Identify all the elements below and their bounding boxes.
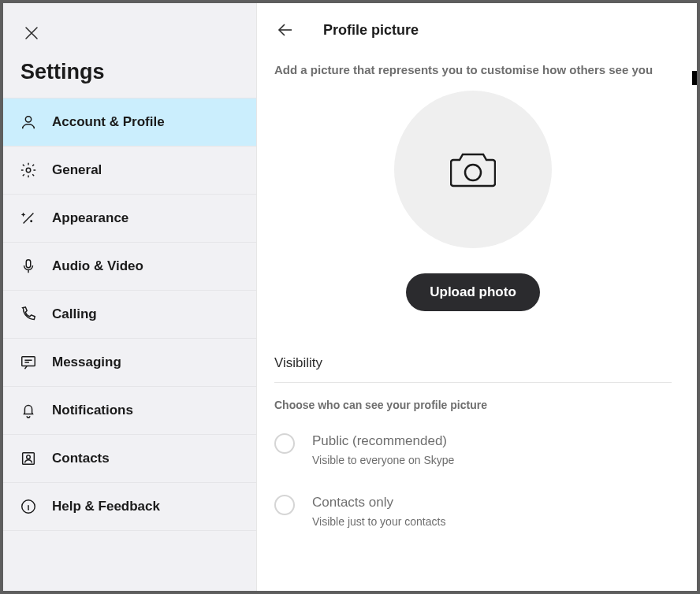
radio-label: Public (recommended) bbox=[312, 433, 454, 449]
page-title: Profile picture bbox=[323, 22, 419, 39]
radio-button[interactable] bbox=[274, 495, 295, 515]
radio-sublabel: Visible just to your contacts bbox=[312, 515, 445, 528]
gear-icon bbox=[19, 161, 38, 180]
sidebar-item-appearance[interactable]: Appearance bbox=[3, 194, 256, 243]
sidebar-item-notifications[interactable]: Notifications bbox=[3, 386, 256, 435]
settings-title: Settings bbox=[3, 52, 256, 98]
avatar-area: Upload photo bbox=[274, 91, 672, 311]
sidebar-top bbox=[3, 3, 256, 52]
svg-point-2 bbox=[31, 221, 32, 221]
radio-sublabel: Visible to everyone on Skype bbox=[312, 454, 454, 466]
camera-icon bbox=[450, 150, 496, 189]
sidebar-item-label: Account & Profile bbox=[52, 114, 165, 130]
main-panel: Profile picture Add a picture that repre… bbox=[257, 3, 697, 591]
visibility-section: Visibility Choose who can see your profi… bbox=[274, 355, 672, 528]
sidebar-item-label: Notifications bbox=[52, 403, 133, 418]
contacts-icon bbox=[19, 449, 38, 468]
avatar-placeholder[interactable] bbox=[394, 91, 552, 248]
sidebar-item-help-feedback[interactable]: Help & Feedback bbox=[3, 482, 256, 531]
sidebar-item-label: Contacts bbox=[52, 451, 110, 466]
sidebar-item-label: Appearance bbox=[52, 210, 128, 226]
visibility-option-public[interactable]: Public (recommended) Visible to everyone… bbox=[274, 433, 672, 466]
upload-photo-button[interactable]: Upload photo bbox=[406, 273, 540, 311]
person-icon bbox=[19, 113, 38, 132]
microphone-icon bbox=[19, 257, 38, 276]
main-header: Profile picture bbox=[274, 19, 672, 41]
close-icon bbox=[24, 26, 39, 40]
settings-sidebar: Settings Account & Profile General Appea… bbox=[3, 3, 257, 591]
settings-window: Settings Account & Profile General Appea… bbox=[3, 3, 697, 591]
visibility-heading: Visibility bbox=[274, 355, 672, 371]
sidebar-item-audio-video[interactable]: Audio & Video bbox=[3, 242, 256, 291]
svg-rect-3 bbox=[26, 260, 31, 268]
svg-point-6 bbox=[27, 455, 31, 459]
scrollbar-hint[interactable] bbox=[692, 71, 697, 85]
sidebar-item-label: Help & Feedback bbox=[52, 499, 160, 514]
sidebar-item-calling[interactable]: Calling bbox=[3, 290, 256, 339]
sidebar-item-label: Calling bbox=[52, 306, 97, 322]
sidebar-item-messaging[interactable]: Messaging bbox=[3, 338, 256, 387]
phone-icon bbox=[19, 305, 38, 324]
message-icon bbox=[19, 353, 38, 372]
sidebar-item-label: Audio & Video bbox=[52, 258, 143, 274]
svg-point-8 bbox=[465, 165, 481, 180]
radio-label: Contacts only bbox=[312, 495, 445, 510]
close-button[interactable] bbox=[20, 22, 43, 44]
settings-nav: Account & Profile General Appearance Aud… bbox=[3, 98, 256, 531]
svg-rect-4 bbox=[22, 357, 35, 366]
divider bbox=[274, 382, 672, 383]
sidebar-item-general[interactable]: General bbox=[3, 146, 256, 195]
svg-point-0 bbox=[25, 117, 31, 122]
visibility-help-text: Choose who can see your profile picture bbox=[274, 399, 672, 411]
sidebar-item-contacts[interactable]: Contacts bbox=[3, 434, 256, 483]
back-button[interactable] bbox=[274, 19, 296, 41]
sidebar-item-label: General bbox=[52, 162, 102, 178]
arrow-left-icon bbox=[276, 20, 295, 39]
radio-button[interactable] bbox=[274, 433, 295, 454]
visibility-option-contacts[interactable]: Contacts only Visible just to your conta… bbox=[274, 495, 672, 528]
bell-icon bbox=[19, 401, 38, 420]
profile-picture-description: Add a picture that represents you to cus… bbox=[274, 63, 672, 76]
sidebar-item-account-profile[interactable]: Account & Profile bbox=[3, 98, 256, 147]
sidebar-item-label: Messaging bbox=[52, 355, 121, 370]
info-icon bbox=[19, 497, 38, 516]
radio-texts: Contacts only Visible just to your conta… bbox=[312, 495, 445, 528]
wand-icon bbox=[19, 209, 38, 228]
svg-point-1 bbox=[26, 168, 31, 173]
radio-texts: Public (recommended) Visible to everyone… bbox=[312, 433, 454, 466]
